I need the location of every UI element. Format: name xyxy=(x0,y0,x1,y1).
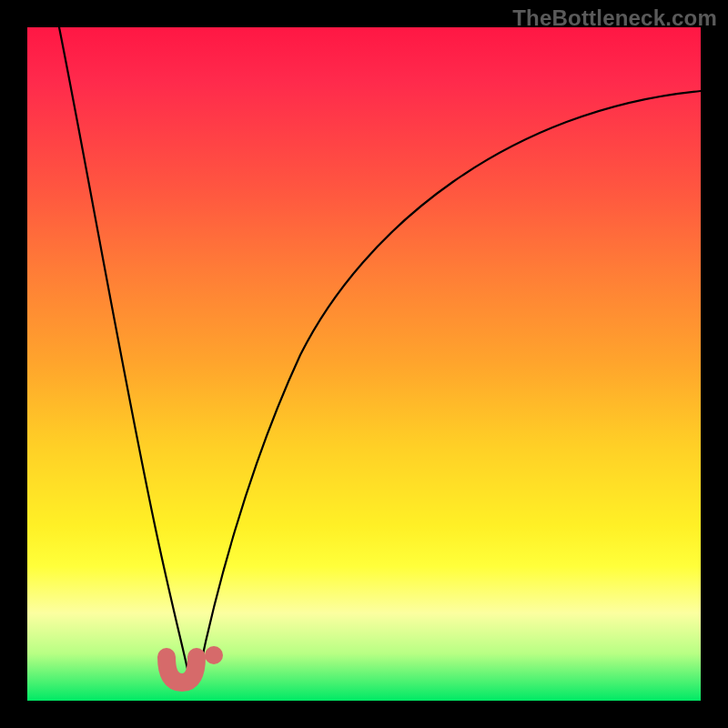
minimum-marker xyxy=(167,657,197,682)
secondary-marker-dot xyxy=(205,646,223,664)
curve-left-branch xyxy=(59,27,187,669)
curve-right-branch xyxy=(198,91,701,675)
bottleneck-curve-chart xyxy=(0,0,728,728)
